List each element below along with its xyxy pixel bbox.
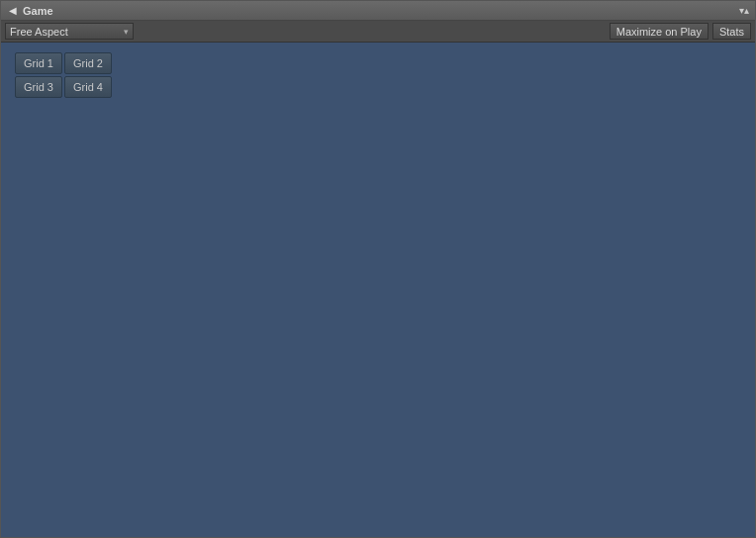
title-bar-controls: ▾▴ bbox=[739, 5, 749, 16]
toolbar: Free Aspect ▾ Maximize on Play Stats bbox=[1, 21, 755, 43]
grid-4-button[interactable]: Grid 4 bbox=[64, 76, 112, 98]
grid-1-label: Grid 1 bbox=[24, 57, 53, 69]
aspect-dropdown[interactable]: Free Aspect ▾ bbox=[5, 23, 134, 40]
title-bar-menu: ▾▴ bbox=[739, 5, 749, 16]
grid-4-label: Grid 4 bbox=[73, 81, 103, 93]
grid-2-label: Grid 2 bbox=[73, 57, 103, 69]
game-window: Game ▾▴ Free Aspect ▾ Maximize on Play S… bbox=[0, 0, 756, 538]
maximize-on-play-label: Maximize on Play bbox=[616, 26, 702, 38]
stats-button[interactable]: Stats bbox=[712, 23, 751, 40]
grid-buttons-container: Grid 1 Grid 2 Grid 3 Grid 4 bbox=[15, 52, 112, 98]
window-title: Game bbox=[23, 5, 739, 17]
aspect-label: Free Aspect bbox=[10, 26, 120, 38]
stats-label: Stats bbox=[719, 26, 744, 38]
grid-3-button[interactable]: Grid 3 bbox=[15, 76, 62, 98]
grid-1-button[interactable]: Grid 1 bbox=[15, 52, 62, 74]
maximize-on-play-button[interactable]: Maximize on Play bbox=[610, 23, 709, 40]
game-area: Grid 1 Grid 2 Grid 3 Grid 4 bbox=[1, 43, 755, 537]
game-icon bbox=[7, 5, 19, 17]
grid-2-button[interactable]: Grid 2 bbox=[64, 52, 112, 74]
title-bar: Game ▾▴ bbox=[1, 1, 755, 21]
grid-3-label: Grid 3 bbox=[24, 81, 53, 93]
chevron-down-icon: ▾ bbox=[124, 27, 129, 37]
